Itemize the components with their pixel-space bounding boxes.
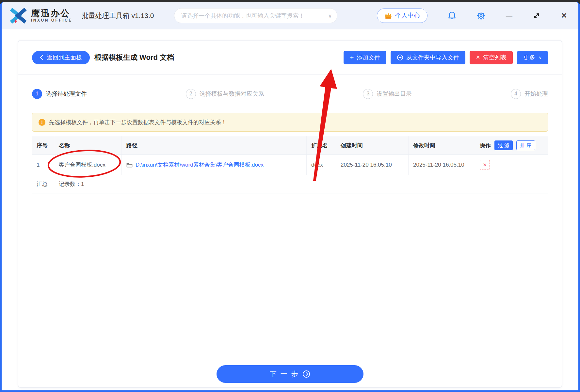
brand-name: 鹰迅办公 — [31, 9, 72, 18]
filter-button[interactable]: 过 滤 — [494, 140, 513, 150]
col-header-name: 名称 — [54, 136, 122, 155]
next-step-button[interactable]: 下 一 步 — [217, 365, 363, 383]
cell-created-time: 2025-11-20 16:05:10 — [336, 155, 409, 175]
more-label: 更多 — [523, 54, 535, 61]
app-window: 鹰迅办公 INXUN OFFICE 批量处理工具箱 v1.13.0 ∨ 个人中心 — [0, 2, 580, 392]
step-2-template-mapping: 2 选择模板与数据对应关系 — [186, 89, 264, 99]
close-icon: ✕ — [476, 55, 480, 60]
step-connector — [93, 94, 180, 94]
step-connector — [418, 94, 505, 94]
more-button[interactable]: 更多 ∨ — [517, 51, 548, 64]
table-summary-row: 汇总 记录数：1 — [32, 175, 548, 193]
app-title-version: 批量处理工具箱 v1.13.0 — [82, 11, 154, 20]
cell-file-name: 客户合同模板.docx — [54, 155, 122, 175]
col-header-extension: 扩展名 — [307, 136, 336, 155]
search-input[interactable] — [181, 12, 325, 19]
cell-extension: docx — [307, 155, 336, 175]
step-4-number: 4 — [511, 89, 521, 99]
settings-gear-icon[interactable] — [476, 11, 486, 20]
step-4-label: 开始处理 — [524, 90, 548, 98]
add-files-button[interactable]: + 添加文件 — [344, 51, 386, 64]
file-path-link[interactable]: D:\inxun\文档素材\word素材合集\客户合同模板.docx — [136, 161, 264, 169]
step-1-number: 1 — [32, 89, 42, 99]
top-bar-right: 个人中心 — — [377, 8, 567, 23]
user-center-label: 个人中心 — [395, 11, 420, 20]
step-connector — [270, 94, 357, 94]
warning-icon: ! — [39, 119, 45, 126]
col-header-path: 路径 — [122, 136, 307, 155]
step-3-output-directory: 3 设置输出目录 — [363, 89, 412, 99]
col-header-modified: 修改时间 — [409, 136, 475, 155]
step-2-label: 选择模板与数据对应关系 — [200, 90, 264, 98]
col-header-created: 创建时间 — [336, 136, 409, 155]
step-4-start-processing: 4 开始处理 — [511, 89, 548, 99]
brand-x-icon — [9, 7, 28, 24]
page-title: 根据模板生成 Word 文档 — [94, 53, 174, 62]
panel-header: 返回到主面板 根据模板生成 Word 文档 + 添加文件 从文件夹中导入文件 ✕ — [32, 41, 548, 74]
table-row: 1 客户合同模板.docx D:\inxun\文档素材\word素材合集\客户合… — [32, 155, 548, 175]
notification-bell-icon[interactable] — [448, 11, 456, 20]
import-from-folder-button[interactable]: 从文件夹中导入文件 — [391, 51, 465, 64]
sort-button[interactable]: 排 序 — [516, 140, 535, 150]
file-table: 序号 名称 路径 扩展名 创建时间 修改时间 操作 过 滤 排 序 1 客户合同… — [32, 136, 548, 193]
app-logo: 鹰迅办公 INXUN OFFICE — [9, 7, 72, 24]
summary-record-count: 记录数：1 — [54, 175, 548, 193]
col-header-action: 操作 — [480, 142, 491, 149]
plus-icon: + — [350, 54, 354, 61]
folder-icon — [126, 162, 133, 168]
delete-row-button[interactable]: ✕ — [480, 160, 490, 170]
main-panel: 返回到主面板 根据模板生成 Word 文档 + 添加文件 从文件夹中导入文件 ✕ — [18, 40, 562, 388]
clear-list-label: 清空列表 — [483, 54, 507, 61]
cell-modified-time: 2025-11-20 16:05:10 — [409, 155, 475, 175]
summary-label: 汇总 — [32, 175, 54, 193]
cell-index: 1 — [32, 155, 54, 175]
col-header-index: 序号 — [32, 136, 54, 155]
chevron-down-icon: ∨ — [328, 13, 332, 19]
crown-icon — [384, 12, 392, 19]
step-indicator: 1 选择待处理文件 2 选择模板与数据对应关系 3 设置输出目录 4 开始处理 — [32, 75, 548, 113]
step-3-number: 3 — [363, 89, 373, 99]
brand-name-en: INXUN OFFICE — [31, 18, 72, 23]
next-step-label: 下 一 步 — [270, 369, 299, 379]
top-bar: 鹰迅办公 INXUN OFFICE 批量处理工具箱 v1.13.0 ∨ 个人中心 — [2, 2, 578, 29]
chevron-down-icon: ∨ — [539, 56, 542, 60]
warning-banner: ! 先选择模板文件，再单击下一步设置数据表文件与模板文件的对应关系！ — [32, 113, 548, 132]
arrow-right-circle-icon — [302, 370, 310, 378]
clear-list-button[interactable]: ✕ 清空列表 — [470, 51, 513, 64]
back-to-dashboard-button[interactable]: 返回到主面板 — [32, 51, 90, 64]
step-1-label: 选择待处理文件 — [46, 90, 87, 98]
circle-plus-icon — [397, 54, 403, 61]
user-center-button[interactable]: 个人中心 — [377, 8, 427, 23]
import-from-folder-label: 从文件夹中导入文件 — [406, 54, 459, 61]
step-1-select-files: 1 选择待处理文件 — [32, 89, 87, 99]
chevron-left-icon — [40, 55, 43, 60]
step-2-number: 2 — [186, 89, 196, 99]
warning-text: 先选择模板文件，再单击下一步设置数据表文件与模板文件的对应关系！ — [49, 119, 227, 126]
back-button-label: 返回到主面板 — [47, 54, 82, 61]
table-header-row: 序号 名称 路径 扩展名 创建时间 修改时间 操作 过 滤 排 序 — [32, 136, 548, 155]
step-3-label: 设置输出目录 — [377, 90, 412, 98]
window-close-button[interactable]: ✕ — [561, 11, 567, 20]
add-files-label: 添加文件 — [357, 54, 380, 61]
window-minimize-button[interactable]: — — [506, 12, 512, 20]
function-search-select[interactable]: ∨ — [174, 8, 337, 23]
window-maximize-button[interactable] — [533, 12, 540, 20]
